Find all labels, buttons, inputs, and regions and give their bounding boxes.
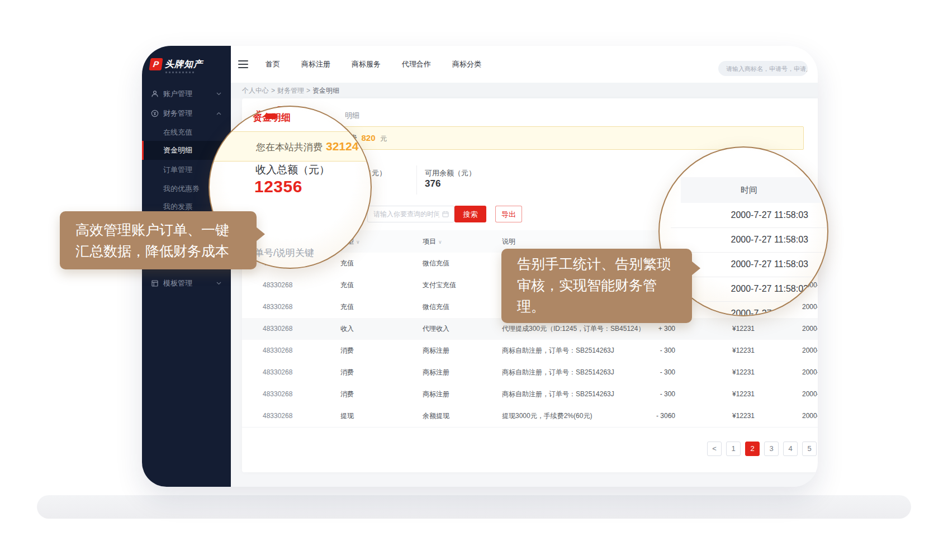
sidebar-item-label: 账户管理 bbox=[163, 89, 192, 99]
cell-type: 消费 bbox=[340, 340, 354, 362]
cell-amount: - 300 bbox=[660, 383, 675, 405]
banner-amount: 820 bbox=[361, 133, 375, 143]
cell-time: 2000-7-27 11:58:03 bbox=[802, 318, 818, 340]
pagination-page-5[interactable]: 5 bbox=[802, 442, 817, 456]
callout-right-line2: 审核，实现智能财务管 bbox=[501, 274, 692, 296]
time-filter-input[interactable] bbox=[367, 206, 454, 222]
brand-logo-icon: P bbox=[149, 58, 163, 70]
cell-balance: ¥12231 bbox=[732, 340, 755, 362]
pagination: < 1 2 3 4 5 bbox=[707, 442, 817, 456]
cell-order-no: 48330268 bbox=[263, 405, 292, 427]
brand-tagline bbox=[165, 72, 196, 73]
nav-item-tm-services[interactable]: 商标服务 bbox=[352, 59, 381, 69]
nav-item-home[interactable]: 首页 bbox=[266, 59, 280, 69]
brand-logo-text: 头牌知产 bbox=[165, 59, 203, 70]
sidebar-item-recharge[interactable]: 在线充值 bbox=[142, 123, 231, 142]
marketing-canvas: P 头牌知产 账户管理 财务管理 bbox=[0, 0, 948, 560]
search-button[interactable]: 搜索 bbox=[454, 206, 486, 222]
cell-project: 支付宝充值 bbox=[423, 274, 456, 296]
cell-amount: - 300 bbox=[660, 362, 675, 383]
cell-order-no: 48330268 bbox=[263, 274, 292, 296]
top-navbar: 首页 商标注册 商标服务 代理合作 商标分类 bbox=[231, 46, 818, 83]
calendar-icon[interactable] bbox=[442, 211, 449, 217]
sidebar-item-label: 在线充值 bbox=[163, 128, 192, 136]
breadcrumb-separator: > bbox=[306, 87, 310, 94]
tab-secondary-fragment[interactable]: 明细 bbox=[345, 111, 359, 121]
sort-caret-icon: ∨ bbox=[356, 239, 360, 245]
template-icon bbox=[151, 279, 159, 287]
magnified-tab-badge bbox=[265, 113, 277, 119]
cell-type: 充值 bbox=[340, 296, 354, 318]
sidebar-item-templates[interactable]: 模板管理 bbox=[142, 273, 231, 293]
laptop-base bbox=[37, 495, 911, 519]
cell-amount: - 3060 bbox=[656, 405, 675, 427]
cell-project: 商标注册 bbox=[423, 362, 449, 383]
top-nav-links: 首页 商标注册 商标服务 代理合作 商标分类 bbox=[266, 46, 481, 83]
breadcrumb-separator: > bbox=[271, 87, 275, 94]
pagination-page-4[interactable]: 4 bbox=[783, 442, 798, 456]
table-row[interactable]: 48330268 消费 商标注册 商标自助注册，订单号：SB2514263J -… bbox=[242, 362, 818, 384]
cell-type: 收入 bbox=[340, 318, 354, 340]
magnified-banner-amount: 32124 bbox=[326, 140, 358, 153]
cell-desc: 提现3000元，手续费2%(60元) bbox=[502, 405, 592, 427]
cell-project: 微信充值 bbox=[423, 296, 449, 318]
callout-right: 告别手工统计、告别繁琐 审核，实现智能财务管 理。 bbox=[501, 249, 692, 323]
cell-project: 商标注册 bbox=[423, 383, 449, 405]
table-row[interactable]: 48330268 消费 商标注册 商标自助注册，订单号：SB2514263J -… bbox=[242, 340, 818, 362]
cell-type: 充值 bbox=[340, 253, 354, 274]
pagination-page-1[interactable]: 1 bbox=[726, 442, 741, 456]
cell-type: 提现 bbox=[340, 405, 354, 427]
sidebar-item-finance[interactable]: 财务管理 bbox=[142, 103, 231, 124]
magnified-time-row: 2000-7-27 11:58:03 bbox=[671, 203, 828, 228]
magnified-time-column-header: 时间 bbox=[681, 177, 828, 203]
magnified-income-value: 12356 bbox=[254, 177, 302, 196]
cell-project: 微信充值 bbox=[423, 253, 449, 274]
magnified-banner: 您在本站共消费32124 bbox=[208, 131, 372, 162]
breadcrumb-item[interactable]: 个人中心 bbox=[242, 87, 269, 94]
callout-arrow-right-icon bbox=[256, 227, 265, 241]
cell-order-no: 48330268 bbox=[263, 362, 292, 383]
cell-desc: 商标自助注册，订单号：SB2514263J bbox=[502, 383, 614, 405]
sidebar-item-label: 模板管理 bbox=[163, 278, 192, 288]
breadcrumb-item[interactable]: 财务管理 bbox=[277, 87, 304, 94]
cell-balance: ¥12231 bbox=[732, 405, 755, 427]
cell-time: 2000-7-27 11:58:03 bbox=[802, 405, 818, 427]
hamburger-menu-icon[interactable] bbox=[238, 60, 248, 68]
cell-order-no: 48330268 bbox=[263, 296, 292, 318]
cell-order-no: 48330268 bbox=[263, 318, 292, 340]
cell-time: 2000-7-27 11:58:03 bbox=[802, 383, 818, 405]
breadcrumb-current: 资金明细 bbox=[312, 87, 339, 94]
table-row[interactable]: 48330268 提现 余额提现 提现3000元，手续费2%(60元) - 30… bbox=[242, 405, 818, 428]
available-balance-value: 376 bbox=[425, 178, 440, 189]
trademark-search-input[interactable] bbox=[718, 61, 808, 76]
table-row[interactable]: 48330268 消费 商标注册 商标自助注册，订单号：SB2514263J -… bbox=[242, 383, 818, 406]
pagination-page-3[interactable]: 3 bbox=[764, 442, 779, 456]
cell-desc: 商标自助注册，订单号：SB2514263J bbox=[502, 340, 614, 362]
callout-left-line2: 汇总数据，降低财务成本 bbox=[60, 240, 257, 262]
nav-item-tm-register[interactable]: 商标注册 bbox=[301, 59, 330, 69]
breadcrumb: 个人中心>财务管理>资金明细 bbox=[231, 83, 818, 98]
cell-desc: 商标自助注册，订单号：SB2514263J bbox=[502, 362, 614, 383]
sidebar-item-label: 我的优惠券 bbox=[163, 184, 200, 193]
cell-project: 余额提现 bbox=[423, 405, 449, 427]
nav-item-tm-classes[interactable]: 商标分类 bbox=[452, 59, 481, 69]
cell-time: 2000-7-27 11:58:03 bbox=[802, 340, 818, 362]
nav-item-agency[interactable]: 代理合作 bbox=[402, 59, 431, 69]
pagination-prev-button[interactable]: < bbox=[707, 442, 722, 456]
cell-order-no: 48330268 bbox=[263, 340, 292, 362]
cell-balance: ¥12231 bbox=[732, 383, 755, 405]
cell-balance: ¥12231 bbox=[732, 362, 755, 383]
sidebar-item-label: 资金明细 bbox=[163, 146, 192, 154]
brand-logo: P 头牌知产 bbox=[150, 58, 203, 70]
sidebar-item-account[interactable]: 账户管理 bbox=[142, 84, 231, 104]
cell-type: 充值 bbox=[340, 274, 354, 296]
export-button[interactable]: 导出 bbox=[495, 206, 522, 222]
column-header-project[interactable]: 项目∨ bbox=[423, 230, 442, 253]
pagination-page-2-active[interactable]: 2 bbox=[745, 442, 760, 456]
callout-left-line1: 高效管理账户订单、一键 bbox=[60, 219, 257, 240]
cell-type: 消费 bbox=[340, 362, 354, 383]
sort-caret-icon: ∨ bbox=[438, 239, 442, 245]
cell-balance: ¥12231 bbox=[732, 318, 755, 340]
magnified-time-row: 2000-7-27 11:58:03 bbox=[671, 227, 828, 253]
cell-project: 商标注册 bbox=[423, 340, 449, 362]
